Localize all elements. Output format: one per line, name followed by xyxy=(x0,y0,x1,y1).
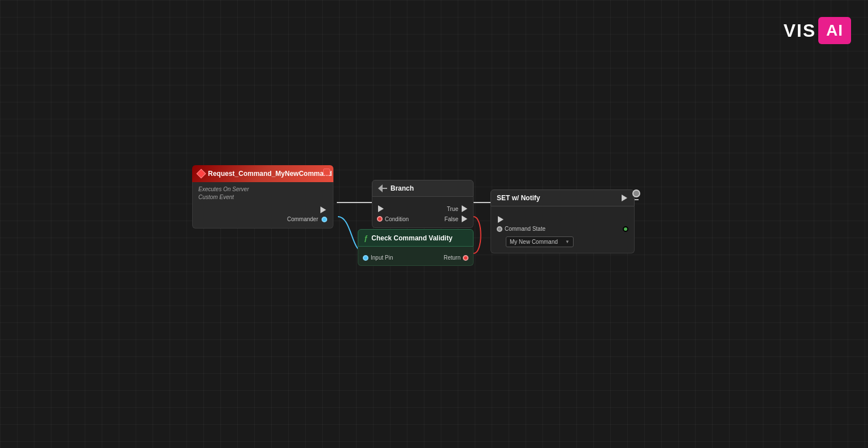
set-node-header: SET w/ Notify xyxy=(491,189,635,206)
check-input-row: Input Pin Return xyxy=(363,255,468,261)
set-exec-row xyxy=(497,216,628,223)
request-node-header: Request_Command_MyNewCommand xyxy=(192,165,333,182)
set-exec-in-arrow xyxy=(498,216,504,223)
condition-wire xyxy=(474,217,481,253)
exec-false-out xyxy=(461,215,468,223)
svg-marker-0 xyxy=(378,184,383,192)
node-set-notify[interactable]: SET w/ Notify Command St xyxy=(491,189,635,253)
exec-false-arrow xyxy=(462,216,467,222)
branch-condition-row: Condition False xyxy=(377,215,468,223)
dropdown-row: My New Command ▼ xyxy=(497,236,628,247)
logo-text: VIS xyxy=(783,20,816,41)
commander-pin-row: Commander xyxy=(198,216,327,222)
branch-pins: True Condition False xyxy=(377,205,468,223)
set-exec-out xyxy=(620,194,628,202)
return-pin-circle xyxy=(463,255,468,261)
set-node-title: SET w/ Notify xyxy=(497,194,540,202)
exec-arrow-shape xyxy=(320,206,326,213)
request-node-title: Request_Command_MyNewCommand xyxy=(208,170,332,178)
branch-icon xyxy=(378,184,387,192)
node-request-command[interactable]: Request_Command_MyNewCommand Executes On… xyxy=(192,165,333,229)
exec-arrow-in xyxy=(377,205,385,213)
command-state-pin xyxy=(497,226,502,232)
command-state-dropdown[interactable]: My New Command ▼ xyxy=(506,236,574,247)
set-exec-in xyxy=(497,216,505,223)
svg-rect-1 xyxy=(383,188,387,189)
input-pin-label: Input Pin xyxy=(371,255,393,261)
set-top-handle xyxy=(632,189,640,197)
node-branch[interactable]: Branch True xyxy=(372,180,474,228)
diamond-icon xyxy=(197,169,206,179)
exec-true-arrow xyxy=(462,205,467,212)
exec-output-pin xyxy=(198,206,327,214)
exec-in-arrow xyxy=(378,205,384,212)
branch-exec-row: True xyxy=(377,205,468,213)
logo-container: VIS AI xyxy=(783,17,851,44)
branch-node-header: Branch xyxy=(372,180,474,197)
check-node-title: Check Command Validity xyxy=(371,234,452,242)
true-label: True xyxy=(447,206,458,212)
check-node-body: Input Pin Return xyxy=(358,247,474,266)
commander-label: Commander xyxy=(287,216,318,222)
set-output-pin xyxy=(623,226,628,232)
command-state-label: Command State xyxy=(505,226,545,232)
set-pins: Command State My New Command ▼ xyxy=(497,216,628,247)
command-state-row: Command State xyxy=(497,226,628,232)
dropdown-arrow-icon: ▼ xyxy=(565,239,570,244)
check-pins: Input Pin Return xyxy=(363,255,468,261)
request-node-body: Executes On Server Custom Event Commande… xyxy=(192,182,333,229)
node-canvas: Request_Command_MyNewCommand Executes On… xyxy=(0,0,868,448)
function-icon: ƒ xyxy=(364,234,368,242)
exec-arrow-out xyxy=(319,206,327,214)
branch-node-title: Branch xyxy=(390,184,414,192)
false-label: False xyxy=(445,216,458,222)
logo-box: AI xyxy=(818,17,851,44)
request-node-subtitle: Executes On Server Custom Event xyxy=(198,186,327,201)
condition-pin xyxy=(377,216,383,222)
node-check-command-validity[interactable]: ƒ Check Command Validity Input Pin Retur… xyxy=(358,229,474,266)
exec-true-out xyxy=(461,205,468,213)
return-label: Return xyxy=(444,255,461,261)
set-node-body: Command State My New Command ▼ xyxy=(491,206,635,253)
input-pin-circle xyxy=(363,255,368,261)
set-exec-arrow xyxy=(622,195,627,201)
request-node-pins: Commander xyxy=(198,206,327,222)
commander-pin-circle xyxy=(322,217,327,222)
condition-label: Condition xyxy=(385,216,409,222)
check-node-header: ƒ Check Command Validity xyxy=(358,229,474,247)
branch-node-body: True Condition False xyxy=(372,197,474,228)
